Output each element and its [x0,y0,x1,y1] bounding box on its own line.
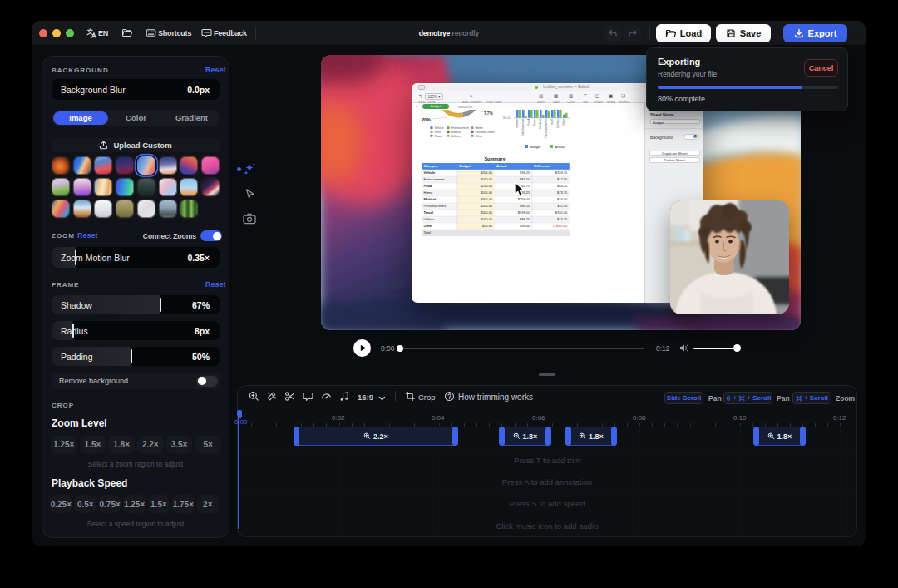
svg-text:Other: Other [562,118,565,126]
svg-text:Category: Category [424,164,439,168]
svg-text:Travel: Travel [424,210,434,215]
svg-text:Rent: Rent [435,131,441,134]
svg-text:Other: Other [424,224,433,228]
svg-text:Utilities: Utilities [424,217,435,221]
svg-text:$44.25: $44.25 [557,184,568,188]
svg-text:$50.00: $50.00 [482,224,493,228]
svg-text:$96.25: $96.25 [520,170,530,175]
svg-text:Home: Home [533,119,536,126]
svg-text:Vehicle: Vehicle [424,170,437,175]
svg-text:Home: Home [476,126,483,130]
svg-text:Budget: Budget [460,164,471,168]
svg-text:Difference: Difference [534,164,550,168]
svg-text:$102.00: $102.00 [555,210,568,215]
svg-text:Entertainment: Entertainment [521,119,525,136]
svg-text:$400.00: $400.00 [481,197,493,201]
svg-text:20%: 20% [422,117,431,122]
svg-text:Other: Other [476,135,484,138]
svg-text:Travel: Travel [435,135,443,138]
svg-text:$0.00: $0.00 [503,116,511,120]
svg-text:Personal Items: Personal Items [424,204,447,208]
svg-text:$100.00: $100.00 [481,217,493,221]
svg-text:Vehicle: Vehicle [435,126,444,130]
svg-text:Total: Total [424,230,432,235]
svg-text:$250.00: $250.00 [481,184,493,188]
svg-text:$12.50: $12.50 [557,177,568,181]
svg-text:(−$48.00): (−$48.00) [553,224,568,228]
svg-text:Entertainment: Entertainment [424,177,446,181]
svg-text:$500.00: $500.00 [481,210,493,215]
svg-text:Travel: Travel [550,119,554,127]
svg-text:$103.75: $103.75 [555,170,568,175]
svg-text:$86.25: $86.25 [520,217,530,221]
svg-text:$200.00: $200.00 [481,170,493,175]
svg-text:Medical: Medical [539,119,542,129]
svg-text:Summary: Summary [484,156,506,161]
svg-text:$11.90: $11.90 [557,204,568,208]
svg-text:$44.00: $44.00 [557,197,568,201]
svg-text:Personal Items: Personal Items [545,119,548,138]
svg-text:Entertainment: Entertainment [451,126,470,130]
svg-text:$100.00: $100.00 [481,204,493,208]
svg-text:$73.75: $73.75 [557,190,568,195]
svg-text:Home: Home [424,190,433,195]
svg-text:Food: Food [424,184,432,188]
svg-text:$88.10: $88.10 [520,204,530,208]
svg-text:Personal Items: Personal Items [476,131,496,134]
svg-text:$100.00: $100.00 [481,190,493,195]
svg-text:7.7%: 7.7% [484,111,492,116]
svg-text:Budget: Budget [530,145,541,149]
svg-text:Actual: Actual [496,164,506,168]
svg-text:$100.00: $100.00 [481,177,493,181]
svg-text:Actual: Actual [555,145,565,149]
svg-text:Vehicle: Vehicle [516,119,519,128]
svg-text:Medical: Medical [424,197,437,201]
svg-text:Utilities: Utilities [451,135,461,138]
svg-text:$98.00: $98.00 [520,224,530,228]
svg-text:$398.00: $398.00 [518,210,530,215]
svg-text:$13.75: $13.75 [557,217,568,221]
svg-text:Utilities: Utilities [556,119,560,128]
svg-text:Medical: Medical [451,131,461,134]
svg-text:Food: Food [527,119,530,126]
